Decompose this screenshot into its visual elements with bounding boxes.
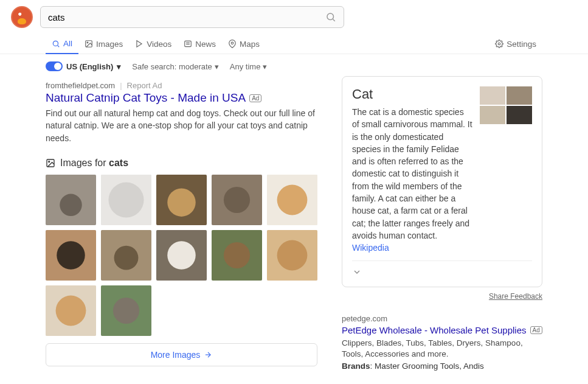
- tab-label: Maps: [240, 40, 260, 49]
- ad-snippet: Find out our all natural hemp cat and do…: [46, 107, 317, 144]
- search-box[interactable]: [40, 6, 344, 28]
- svg-point-11: [498, 43, 500, 45]
- svg-point-23: [277, 184, 308, 215]
- filters-row: US (English) ▾ Safe search: moderate ▾ A…: [46, 61, 317, 71]
- ad-title-text: Natural Catnip Cat Toys - Made in USA: [46, 91, 246, 105]
- safesearch-filter[interactable]: Safe search: moderate ▾: [132, 62, 219, 71]
- region-label: US (English): [66, 62, 113, 71]
- report-ad-link[interactable]: Report Ad: [127, 81, 162, 90]
- more-images-label: More Images: [151, 350, 201, 360]
- image-thumb[interactable]: [156, 175, 207, 225]
- image-thumb[interactable]: [101, 230, 151, 281]
- side-ad-brands: Brands: Master Grooming Tools, Andis: [342, 361, 542, 371]
- main-column: US (English) ▾ Safe search: moderate ▾ A…: [46, 61, 317, 384]
- kp-title: Cat: [352, 86, 472, 102]
- search-icon[interactable]: [325, 12, 336, 23]
- separator: |: [120, 81, 122, 90]
- svg-point-15: [60, 194, 82, 216]
- images-heading-term: cats: [109, 158, 128, 168]
- chevron-down-icon: ▾: [263, 62, 267, 71]
- image-thumb[interactable]: [156, 230, 207, 281]
- region-filter[interactable]: US (English) ▾: [46, 61, 121, 71]
- side-ad-domain[interactable]: petedge.com: [342, 314, 542, 323]
- search-input[interactable]: [48, 12, 325, 23]
- side-ad-title[interactable]: PetEdge Wholesale - Wholesale Pet Suppli…: [342, 325, 542, 335]
- tab-images[interactable]: Images: [78, 35, 129, 54]
- side-ad-title-text: PetEdge Wholesale - Wholesale Pet Suppli…: [342, 325, 527, 335]
- image-thumb[interactable]: [46, 230, 96, 281]
- svg-point-17: [108, 182, 144, 217]
- image-icon: [85, 40, 93, 48]
- time-label: Any time: [230, 62, 261, 71]
- image-thumb[interactable]: [212, 230, 262, 281]
- settings-link[interactable]: Settings: [489, 35, 542, 54]
- ad-result: fromthefieldpet.com | Report Ad Natural …: [46, 81, 317, 144]
- arrow-right-icon: [204, 351, 212, 359]
- more-images-button[interactable]: More Images: [46, 343, 317, 366]
- svg-point-37: [113, 298, 139, 324]
- ad-domain[interactable]: fromthefieldpet.com: [46, 81, 115, 90]
- svg-marker-6: [137, 41, 142, 47]
- svg-point-27: [114, 246, 139, 270]
- kp-desc-text: The cat is a domestic species of small c…: [352, 107, 472, 240]
- gear-icon: [495, 40, 503, 48]
- tabs-row: All Images Videos News Maps Settings: [0, 34, 588, 54]
- kp-thumb[interactable]: [480, 86, 505, 105]
- kp-expand-button[interactable]: [352, 260, 532, 277]
- news-icon: [184, 40, 192, 48]
- side-column: Cat The cat is a domestic species of sma…: [342, 76, 542, 384]
- images-grid: [46, 175, 317, 336]
- kp-thumb[interactable]: [480, 106, 505, 124]
- svg-point-25: [57, 241, 85, 269]
- brands-label: Brands: [342, 361, 370, 371]
- tab-maps[interactable]: Maps: [222, 35, 266, 54]
- svg-point-33: [277, 240, 308, 270]
- search-icon: [52, 40, 60, 48]
- chevron-down-icon: ▾: [117, 62, 121, 71]
- kp-thumb[interactable]: [507, 106, 532, 124]
- safesearch-label: Safe search: moderate: [132, 62, 212, 71]
- svg-point-29: [167, 241, 195, 269]
- knowledge-panel: Cat The cat is a domestic species of sma…: [342, 76, 542, 287]
- image-thumb[interactable]: [46, 175, 96, 225]
- ad-badge: Ad: [530, 326, 542, 334]
- time-filter[interactable]: Any time ▾: [230, 62, 268, 71]
- tab-label: All: [63, 39, 72, 48]
- ad-badge: Ad: [249, 94, 261, 102]
- tab-videos[interactable]: Videos: [129, 35, 178, 54]
- svg-point-13: [49, 161, 50, 162]
- brands-value: : Master Grooming Tools, Andis: [370, 361, 484, 371]
- svg-line-1: [333, 19, 334, 21]
- image-thumb[interactable]: [267, 230, 317, 281]
- tab-news[interactable]: News: [178, 35, 222, 54]
- svg-point-21: [224, 187, 250, 213]
- image-thumb[interactable]: [46, 285, 96, 336]
- svg-point-0: [327, 13, 334, 20]
- side-ad: petedge.com PetEdge Wholesale - Wholesal…: [342, 314, 542, 371]
- images-heading-prefix: Images for: [60, 158, 109, 168]
- image-thumb[interactable]: [101, 285, 151, 336]
- tab-label: News: [195, 40, 216, 49]
- header: [0, 0, 588, 34]
- tab-label: Videos: [147, 40, 171, 49]
- svg-point-31: [224, 242, 250, 268]
- kp-thumbnails: [480, 86, 532, 254]
- toggle-icon[interactable]: [46, 61, 63, 71]
- chevron-down-icon: ▾: [215, 62, 219, 71]
- kp-source-link[interactable]: Wikipedia: [352, 243, 389, 253]
- images-heading: Images for cats: [46, 158, 317, 169]
- image-thumb[interactable]: [101, 175, 151, 225]
- ad-title[interactable]: Natural Catnip Cat Toys - Made in USA Ad: [46, 91, 317, 105]
- svg-point-35: [56, 295, 86, 326]
- svg-line-3: [58, 45, 60, 47]
- play-icon: [135, 40, 144, 48]
- image-thumb[interactable]: [212, 175, 262, 225]
- svg-point-19: [167, 188, 195, 216]
- side-ad-text: Clippers, Blades, Tubs, Tables, Dryers, …: [342, 338, 542, 361]
- tab-all[interactable]: All: [46, 34, 78, 54]
- logo[interactable]: [11, 6, 33, 28]
- kp-description: The cat is a domestic species of small c…: [352, 106, 472, 254]
- image-thumb[interactable]: [267, 175, 317, 225]
- kp-thumb[interactable]: [507, 86, 532, 105]
- share-feedback-link[interactable]: Share Feedback: [342, 292, 542, 301]
